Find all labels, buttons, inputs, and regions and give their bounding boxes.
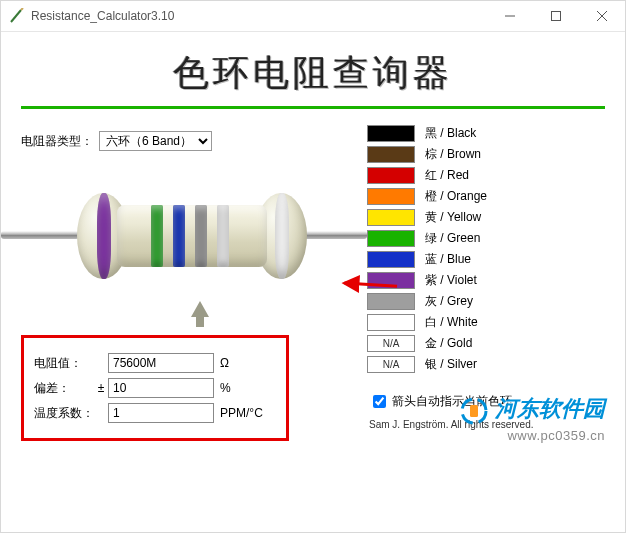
arrow-up-icon [191, 301, 209, 317]
color-swatch [367, 314, 415, 331]
color-swatch [367, 167, 415, 184]
legend-row[interactable]: 蓝 / Blue [367, 249, 607, 269]
color-band-6[interactable] [275, 193, 289, 279]
minimize-button[interactable] [487, 1, 533, 31]
legend-row[interactable]: 绿 / Green [367, 228, 607, 248]
svg-rect-1 [552, 12, 561, 21]
left-pane: 电阻器类型： 六环（6 Band） [19, 123, 359, 441]
type-row: 电阻器类型： 六环（6 Band） [21, 131, 359, 151]
swatch-na: N/A [367, 356, 415, 373]
legend-row[interactable]: 灰 / Grey [367, 291, 607, 311]
auto-arrow-checkbox[interactable] [373, 395, 386, 408]
current-band-pointer [191, 295, 209, 317]
legend-label: 紫 / Violet [425, 272, 477, 289]
tempco-input[interactable] [108, 403, 214, 423]
color-band-4[interactable] [195, 205, 207, 267]
band-count-select[interactable]: 六环（6 Band） [99, 131, 212, 151]
legend-label: 红 / Red [425, 167, 469, 184]
titlebar: Resistance_Calculator3.10 [1, 1, 625, 32]
color-legend: 黑 / Black棕 / Brown红 / Red橙 / Orange黄 / Y… [367, 123, 607, 374]
color-swatch [367, 230, 415, 247]
tempco-label: 温度系数： [34, 405, 94, 422]
color-band-3[interactable] [173, 205, 185, 267]
legend-label: 白 / White [425, 314, 478, 331]
legend-row[interactable]: 红 / Red [367, 165, 607, 185]
readout-panel: 电阻值： Ω 偏差： ± % 温度系数： [21, 335, 289, 441]
resistor-graphic [19, 169, 359, 299]
color-swatch [367, 146, 415, 163]
value-label: 电阻值： [34, 355, 94, 372]
type-label: 电阻器类型： [21, 133, 93, 150]
legend-label: 灰 / Grey [425, 293, 473, 310]
percent-unit: % [220, 381, 231, 395]
swatch-na: N/A [367, 335, 415, 352]
lead-left [1, 231, 79, 239]
legend-label: 银 / Silver [425, 356, 477, 373]
ppm-unit: PPM/°C [220, 406, 263, 420]
tolerance-label: 偏差： [34, 380, 94, 397]
credit-text: Sam J. Engström. All rights reserved. [369, 419, 607, 430]
maximize-button[interactable] [533, 1, 579, 31]
client-area: 色环电阻查询器 电阻器类型： 六环（6 Band） [1, 31, 625, 532]
legend-label: 蓝 / Blue [425, 251, 471, 268]
legend-label: 绿 / Green [425, 230, 480, 247]
app-window: Resistance_Calculator3.10 色环电阻查询器 电阻器类型：… [0, 0, 626, 533]
legend-label: 黑 / Black [425, 125, 476, 142]
legend-row[interactable]: 白 / White [367, 312, 607, 332]
legend-row[interactable]: 棕 / Brown [367, 144, 607, 164]
legend-row[interactable]: 橙 / Orange [367, 186, 607, 206]
color-swatch [367, 209, 415, 226]
legend-label: 棕 / Brown [425, 146, 481, 163]
close-button[interactable] [579, 1, 625, 31]
ohm-unit: Ω [220, 356, 229, 370]
color-swatch [367, 125, 415, 142]
auto-arrow-label: 箭头自动指示当前色环 [392, 393, 512, 410]
color-band-5[interactable] [217, 205, 229, 267]
color-swatch [367, 188, 415, 205]
plus-minus: ± [94, 381, 108, 395]
tolerance-input[interactable] [108, 378, 214, 398]
app-icon [9, 8, 25, 24]
resistance-value-input[interactable] [108, 353, 214, 373]
legend-label: 黄 / Yellow [425, 209, 481, 226]
divider [21, 106, 605, 109]
page-title: 色环电阻查询器 [19, 49, 607, 98]
legend-row[interactable]: N/A金 / Gold [367, 333, 607, 353]
legend-row[interactable]: 黄 / Yellow [367, 207, 607, 227]
auto-arrow-row: 箭头自动指示当前色环 [369, 392, 607, 411]
legend-label: 橙 / Orange [425, 188, 487, 205]
resistor-tube [117, 205, 267, 267]
legend-row[interactable]: N/A银 / Silver [367, 354, 607, 374]
legend-row[interactable]: 黑 / Black [367, 123, 607, 143]
legend-label: 金 / Gold [425, 335, 472, 352]
color-band-1[interactable] [97, 193, 111, 279]
resistor-body[interactable] [77, 193, 307, 279]
color-band-2[interactable] [151, 205, 163, 267]
window-title: Resistance_Calculator3.10 [31, 9, 487, 23]
